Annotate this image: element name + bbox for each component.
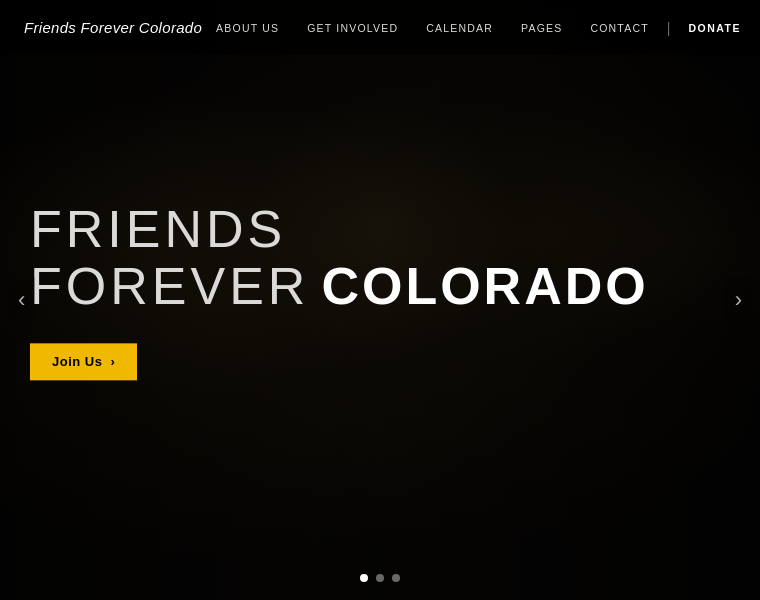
carousel-dot-3[interactable]: [392, 574, 400, 582]
carousel-next-button[interactable]: ›: [725, 277, 752, 323]
join-us-arrow-icon: ›: [110, 355, 115, 370]
hero-title-line1: FRIENDS: [30, 201, 649, 258]
nav-about-us[interactable]: About Us: [202, 22, 293, 34]
nav-contact[interactable]: Contact: [576, 22, 662, 34]
hero-colorado: COLORADO: [321, 259, 648, 316]
carousel-dot-1[interactable]: [360, 574, 368, 582]
navbar: Friends Forever Colorado About Us Get In…: [0, 0, 760, 55]
join-us-label: Join Us: [52, 355, 102, 370]
hero-section: Friends Forever Colorado About Us Get In…: [0, 0, 760, 600]
join-us-button[interactable]: Join Us ›: [30, 344, 137, 381]
nav-get-involved[interactable]: Get Involved: [293, 22, 412, 34]
nav-donate[interactable]: Donate: [674, 22, 755, 34]
carousel-dots: [360, 574, 400, 582]
nav-links: About Us Get Involved Calendar Pages Con…: [202, 20, 755, 36]
nav-calendar[interactable]: Calendar: [412, 22, 507, 34]
nav-logo[interactable]: Friends Forever Colorado: [24, 19, 202, 36]
hero-title-line2: FOREVER COLORADO: [30, 259, 649, 316]
nav-pages[interactable]: Pages: [507, 22, 576, 34]
carousel-prev-button[interactable]: ‹: [8, 277, 35, 323]
carousel-dot-2[interactable]: [376, 574, 384, 582]
hero-content: FRIENDS FOREVER COLORADO Join Us ›: [30, 201, 649, 380]
hero-forever: FOREVER: [30, 259, 309, 316]
nav-divider: |: [663, 20, 675, 36]
